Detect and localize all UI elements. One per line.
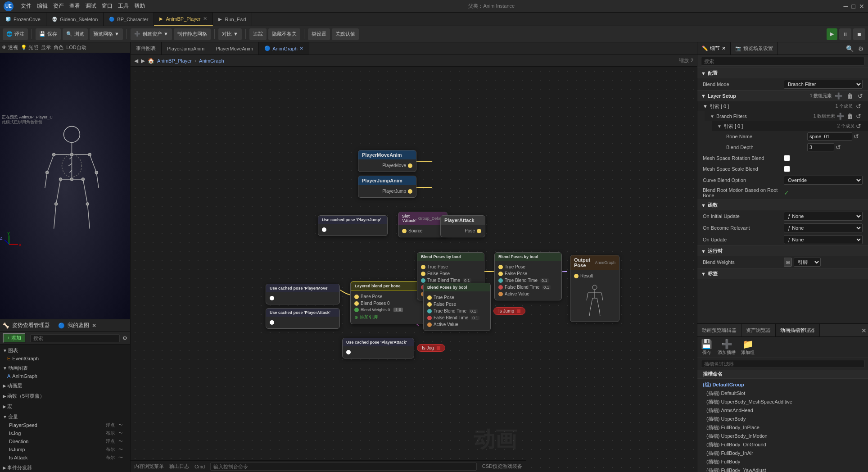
viewport-perspective[interactable]: 👁 透视 <box>2 44 18 51</box>
menu-help[interactable]: 帮助 <box>134 2 145 10</box>
graph-tab-move[interactable]: PlayerMoveAnim <box>210 42 259 54</box>
slot-item-fullbody[interactable]: (插槽) FullBody <box>697 458 868 466</box>
tree-item-player-speed[interactable]: PlayerSpeed 浮点 〜 <box>0 421 130 429</box>
node-cached-player-attack-left[interactable]: Use cached pose 'PlayerAttack' <box>266 308 340 329</box>
node-is-jump[interactable]: Is Jump <box>493 307 525 315</box>
viewport-show[interactable]: 显示 <box>41 44 51 51</box>
tree-section-macros-header[interactable]: ▶ 宏 <box>0 402 130 411</box>
pin-false-pose-top[interactable]: False Pose <box>417 270 484 277</box>
details-search-input[interactable] <box>701 57 864 66</box>
tree-item-event-graph[interactable]: E EventGraph <box>0 355 130 362</box>
bone-name-input[interactable] <box>807 132 852 141</box>
pin-true-blend-bot[interactable]: True Blend Time 0.1 <box>424 308 490 314</box>
hide-button[interactable]: 隐藏不相关 <box>268 28 300 40</box>
section-layer-setup-header[interactable]: ▼ Layer Setup 1 数组元素 ➕ 🗑 ↺ <box>697 91 868 101</box>
pin-cached-move-plus[interactable] <box>266 295 339 301</box>
create-asset-button[interactable]: ➕创建资产 ▼ <box>131 28 172 40</box>
tree-item-is-jump[interactable]: IsJump 布尔 〜 <box>0 445 130 454</box>
slot-item-default-slot[interactable]: (插槽) DefaultSlot <box>697 389 868 398</box>
pin-cached-jump-plus[interactable] <box>318 227 387 233</box>
right-tab-preview[interactable]: 📷 预览场景设置 <box>731 42 778 54</box>
pin-cached-attack-left-plus[interactable] <box>266 319 339 326</box>
tab-animbp-player[interactable]: ▶ AnimBP_Player ✕ <box>154 13 213 26</box>
blend-weights-select[interactable]: 引脚 <box>794 258 821 267</box>
tree-section-layers-header[interactable]: ▶ 动画层 <box>0 381 130 390</box>
slot-item-upper-body-inmotion[interactable]: (插槽) UpperBody_InMotion <box>697 432 868 440</box>
section-config-header[interactable]: ▼ 配置 <box>697 68 868 78</box>
node-player-attack[interactable]: PlayerAttack Pose <box>440 215 485 237</box>
breadcrumb-forward[interactable]: ▶ <box>141 58 145 64</box>
anim-graph-tab-close[interactable]: ✕ <box>299 45 303 51</box>
slot-item-fullbody-inair[interactable]: (插槽) FullBody_InAir <box>697 449 868 458</box>
pin-player-attack-out[interactable]: Pose <box>441 227 485 234</box>
slot-item-arms-head[interactable]: (插槽) ArmsAndHead <box>697 406 868 415</box>
blueprint-close[interactable]: ✕ <box>92 322 96 329</box>
slot-save-button[interactable]: 💾 保存 <box>701 339 712 356</box>
menu-debug[interactable]: 调试 <box>86 2 96 10</box>
section-tags-header[interactable]: ▼ 标签 <box>697 268 868 279</box>
pin-player-move-out[interactable]: PlayerMove <box>358 162 416 169</box>
tab-bp-character[interactable]: 🔵 BP_Character <box>104 13 154 26</box>
blend-mode-select[interactable]: Branch Filter <box>784 80 863 89</box>
maximize-button[interactable]: □ <box>852 3 855 10</box>
slot-item-upper-body-additive[interactable]: (插槽) UpperBody_MeshSpaceAdditive <box>697 398 868 406</box>
node-cached-player-move[interactable]: Use cached pose 'PlayerMove' <box>266 284 340 304</box>
branch-filters-add[interactable]: ➕ <box>835 113 845 120</box>
close-button[interactable]: ✕ <box>859 3 864 10</box>
stop-button[interactable]: ⏹ <box>853 28 865 40</box>
menu-view[interactable]: 查看 <box>69 2 80 10</box>
tab-anim-preview[interactable]: 动画预览编辑器 <box>697 324 741 336</box>
node-player-jump-anim[interactable]: PlayerJumpAnim PlayerJump <box>358 176 416 198</box>
bone-name-reset[interactable]: ↺ <box>852 133 860 140</box>
pin-false-pose-main[interactable]: False Pose <box>495 270 561 277</box>
layer-index-0-reset[interactable]: ↺ <box>854 103 863 110</box>
on-become-relevant-select[interactable]: ƒ None <box>784 223 863 232</box>
is-jump-expand[interactable]: 〜 <box>118 446 123 453</box>
viewport-character[interactable]: 角色 <box>54 44 63 51</box>
right-tab-details[interactable]: ✏️ 细节 ✕ <box>697 42 731 54</box>
mesh-space-scale-checkbox[interactable] <box>784 166 790 172</box>
pin-true-pose-main[interactable]: True Pose <box>495 263 561 270</box>
tree-section-anim-header[interactable]: ▼ 动画图表 <box>0 364 130 372</box>
graph-tab-event[interactable]: 事件图表 <box>131 42 162 54</box>
node-cached-player-jump-top[interactable]: Use cached pose 'PlayerJump' <box>318 215 388 236</box>
details-search-toggle[interactable]: 🔍 <box>845 45 855 52</box>
console-input[interactable] <box>210 463 477 471</box>
is-attack-expand[interactable]: 〜 <box>118 454 123 461</box>
tab-run-fwd[interactable]: ▶ Run_Fwd <box>213 13 252 26</box>
pin-player-jump-out[interactable]: PlayerJump <box>358 188 416 195</box>
play-button[interactable]: ▶ <box>827 28 837 40</box>
collision-button[interactable]: 对比 ▼ <box>218 28 242 40</box>
tab-frozen-cove[interactable]: 🧊 FrozenCove <box>0 13 46 26</box>
menu-tools[interactable]: 工具 <box>118 2 129 10</box>
slot-manager-close[interactable]: ✕ <box>860 327 868 334</box>
breadcrumb-root[interactable]: AnimBP_Player <box>157 58 192 64</box>
tab-animbp-close[interactable]: ✕ <box>203 16 207 22</box>
menu-window[interactable]: 窗口 <box>102 2 113 10</box>
branch-filters-delete[interactable]: 🗑 <box>845 113 854 120</box>
static-mesh-button[interactable]: 制作静态网格 <box>174 28 211 40</box>
slot-group-default[interactable]: (组) DefaultGroup <box>697 381 868 389</box>
on-initial-update-select[interactable]: ƒ None <box>784 212 863 221</box>
layer-setup-add[interactable]: ➕ <box>833 92 844 100</box>
blend-depth-input[interactable] <box>807 143 834 151</box>
graph-canvas[interactable]: PlayerMoveAnim PlayerMove PlayerJumpAnim… <box>131 67 697 472</box>
translate-button[interactable]: 🌐译注 <box>3 28 28 40</box>
slot-item-fullbody-onground[interactable]: (插槽) FullBody_OnGround <box>697 440 868 449</box>
track-button[interactable]: 追踪 <box>249 28 267 40</box>
blueprint-add-button[interactable]: + 添加 <box>3 333 26 343</box>
tree-item-direction[interactable]: Direction 浮点 〜 <box>0 437 130 445</box>
tree-item-anim-graph[interactable]: A AnimGraph <box>0 372 130 380</box>
blueprint-settings-icon[interactable]: ⚙ <box>122 335 127 341</box>
node-cached-player-attack-bottom[interactable]: Use cached pose 'PlayerAttack' <box>342 338 414 359</box>
layer-index-0-header[interactable]: ▼ 引索 [ 0 ] 1 个成员 ↺ <box>697 101 868 111</box>
tree-section-dispatchers-header[interactable]: ▶ 事件分发器 <box>0 463 130 472</box>
section-functions-header[interactable]: ▼ 函数 <box>697 200 868 210</box>
node-layered-blend[interactable]: Layered blend per bone Base Pose Blend P… <box>350 281 425 324</box>
details-settings[interactable]: ⚙ <box>857 45 865 52</box>
node-blend-poses-main[interactable]: Blend Poses by bool True Pose False Pose… <box>494 252 562 300</box>
breadcrumb-current[interactable]: AnimGraph <box>199 58 224 64</box>
player-speed-expand[interactable]: 〜 <box>118 422 123 428</box>
minimize-button[interactable]: ─ <box>844 3 848 10</box>
save-button[interactable]: 💾保存 <box>36 28 61 40</box>
